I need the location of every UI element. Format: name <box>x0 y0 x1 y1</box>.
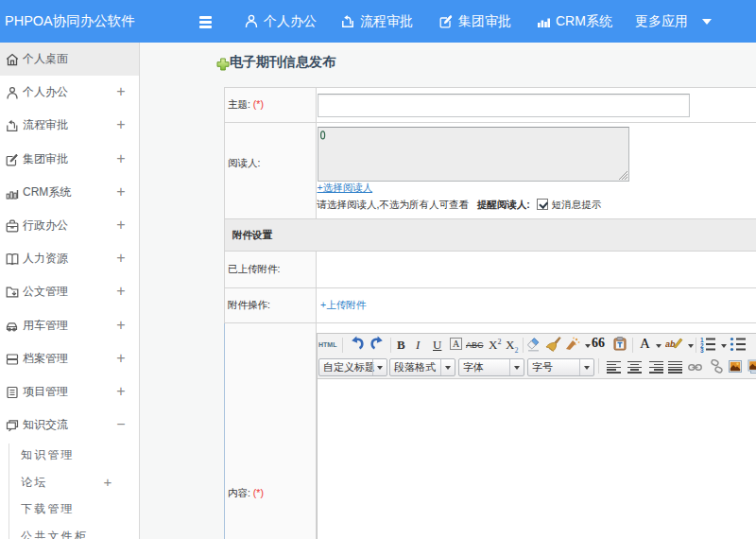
svg-text:3: 3 <box>700 347 704 353</box>
